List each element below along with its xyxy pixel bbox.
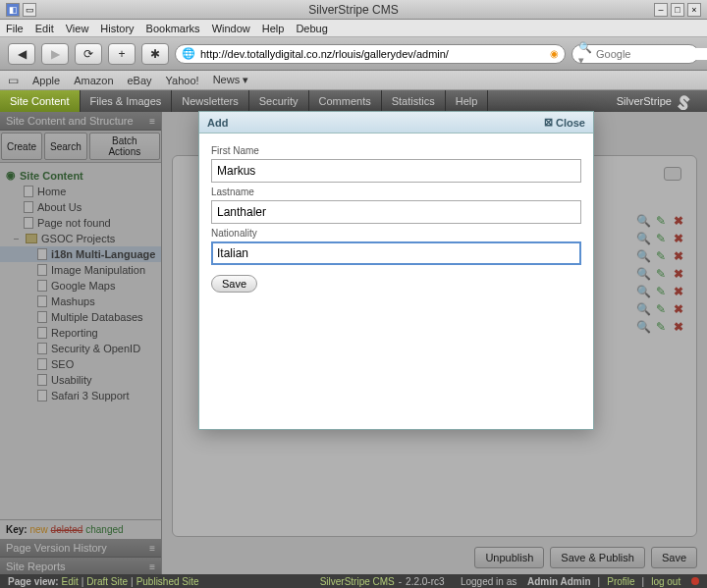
silverstripe-logo-icon — [678, 92, 695, 110]
tab-help[interactable]: Help — [446, 90, 489, 112]
footer-profile-link[interactable]: Profile — [607, 576, 634, 587]
modal-title: Add — [207, 117, 228, 129]
firstname-input[interactable] — [211, 159, 581, 183]
status-footer: Page view: Edit| Draft Site| Published S… — [0, 574, 707, 588]
add-modal: Add ⊠ Close First Name Lastname National… — [198, 111, 594, 430]
forward-button[interactable]: ▶ — [41, 43, 69, 65]
modal-header: Add ⊠ Close — [199, 112, 593, 134]
back-button[interactable]: ◀ — [8, 43, 35, 65]
modal-save-button[interactable]: Save — [211, 275, 257, 293]
browser-search[interactable]: 🔍▾ — [571, 44, 699, 64]
footer-cms-link[interactable]: SilverStripe CMS — [320, 576, 395, 587]
add-bookmark-button[interactable]: + — [108, 43, 136, 65]
cms-tabbar: Site Content Files & Images Newsletters … — [0, 90, 707, 112]
footer-draft-link[interactable]: Draft Site — [86, 576, 128, 587]
firstname-label: First Name — [211, 145, 581, 156]
bookmark-ebay[interactable]: eBay — [128, 75, 152, 86]
nationality-input[interactable] — [211, 241, 581, 265]
bug-button[interactable]: ✱ — [141, 43, 169, 65]
lastname-input[interactable] — [211, 200, 581, 224]
url-input[interactable] — [200, 48, 545, 60]
window-titlebar: ◧ ▭ SilverStripe CMS – □ × — [0, 0, 707, 20]
globe-icon: 🌐 — [182, 47, 195, 60]
window-title: SilverStripe CMS — [308, 3, 398, 17]
menu-help[interactable]: Help — [262, 23, 285, 34]
rss-icon[interactable]: ◉ — [550, 48, 559, 59]
menu-file[interactable]: File — [6, 23, 24, 34]
menu-view[interactable]: View — [66, 23, 89, 34]
menu-history[interactable]: History — [100, 23, 134, 34]
browser-menubar: File Edit View History Bookmarks Window … — [0, 20, 707, 37]
nationality-label: Nationality — [211, 228, 581, 239]
modal-close-button[interactable]: ⊠ Close — [544, 116, 585, 129]
close-icon: ⊠ — [544, 116, 553, 129]
footer-edit-link[interactable]: Edit — [61, 576, 78, 587]
reload-button[interactable]: ⟳ — [75, 43, 102, 65]
bookmark-news[interactable]: News ▾ — [213, 74, 249, 86]
tab-statistics[interactable]: Statistics — [382, 90, 446, 112]
menu-edit[interactable]: Edit — [35, 23, 54, 34]
search-input[interactable] — [596, 48, 707, 60]
window-menu-icon[interactable]: ◧ — [6, 3, 20, 17]
tab-newsletters[interactable]: Newsletters — [172, 90, 248, 112]
bookmark-apple[interactable]: Apple — [32, 75, 60, 86]
minimize-icon[interactable]: – — [654, 3, 668, 17]
footer-published-link[interactable]: Published Site — [136, 576, 199, 587]
lastname-label: Lastname — [211, 187, 581, 197]
bookmark-bar: ▭ Apple Amazon eBay Yahoo! News ▾ — [0, 71, 707, 90]
bookmark-yahoo[interactable]: Yahoo! — [166, 75, 199, 86]
menu-bookmarks[interactable]: Bookmarks — [146, 23, 200, 34]
url-bar[interactable]: 🌐 ◉ — [175, 44, 566, 64]
maximize-icon[interactable]: □ — [671, 3, 684, 17]
tab-files-images[interactable]: Files & Images — [81, 90, 173, 112]
tab-comments[interactable]: Comments — [309, 90, 382, 112]
brand-label: SilverStripe — [617, 95, 672, 107]
menu-debug[interactable]: Debug — [296, 23, 327, 34]
close-window-icon[interactable]: × — [687, 3, 701, 17]
tab-site-content[interactable]: Site Content — [0, 90, 81, 112]
footer-logout-link[interactable]: log out — [651, 576, 680, 587]
browser-toolbar: ◀ ▶ ⟳ + ✱ 🌐 ◉ 🔍▾ — [0, 37, 707, 71]
window-restore-icon[interactable]: ▭ — [23, 3, 36, 17]
bookmarks-icon[interactable]: ▭ — [8, 74, 19, 87]
bookmark-amazon[interactable]: Amazon — [74, 75, 113, 86]
search-icon: 🔍▾ — [578, 41, 592, 67]
status-dot-icon — [691, 577, 699, 585]
tab-security[interactable]: Security — [249, 90, 309, 112]
menu-window[interactable]: Window — [212, 23, 250, 34]
